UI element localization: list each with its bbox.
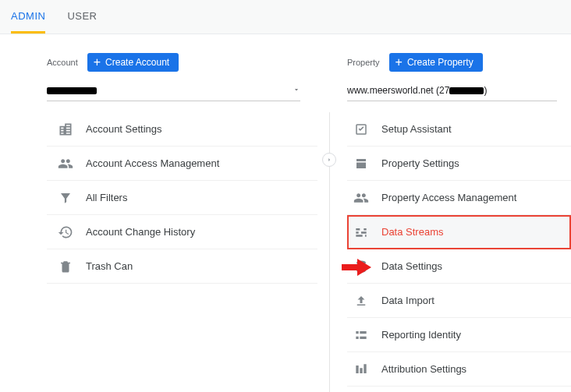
- menu-label: Reporting Identity: [381, 329, 461, 341]
- menu-label: All Filters: [86, 192, 127, 203]
- stream-icon: [353, 224, 369, 240]
- tab-admin[interactable]: ADMIN: [11, 0, 45, 34]
- data-streams-item[interactable]: Data Streams: [347, 215, 571, 249]
- create-account-button[interactable]: + Create Account: [87, 53, 179, 72]
- menu-label: Property Access Management: [381, 192, 516, 203]
- menu-label: Account Change History: [86, 226, 195, 238]
- account-column: Account + Create Account Account Setting…: [0, 34, 324, 392]
- create-property-label: Create Property: [407, 57, 473, 68]
- plus-icon: +: [94, 56, 101, 69]
- reporting-identity-item[interactable]: Reporting Identity: [347, 318, 571, 352]
- building-icon: [58, 122, 73, 137]
- create-account-label: Create Account: [105, 57, 169, 68]
- account-history-item[interactable]: Account Change History: [47, 215, 317, 249]
- attribution-settings-item[interactable]: Attribution Settings: [347, 352, 571, 387]
- property-selector[interactable]: www.meersworld.net (27): [347, 79, 557, 101]
- trash-icon: [58, 259, 73, 274]
- window-icon: [353, 156, 369, 171]
- account-selector-value: [47, 85, 97, 96]
- highlight-arrow: [342, 257, 371, 277]
- account-head-label: Account: [47, 58, 78, 67]
- data-settings-item[interactable]: Data Settings: [347, 249, 571, 284]
- identity-icon: [353, 327, 369, 343]
- column-nav-button[interactable]: [322, 153, 336, 167]
- attribution-icon: [353, 362, 369, 377]
- caret-down-icon: [293, 84, 300, 96]
- create-property-button[interactable]: + Create Property: [389, 53, 483, 72]
- people-icon: [58, 156, 73, 171]
- menu-label: Data Settings: [381, 260, 442, 272]
- history-icon: [58, 224, 73, 240]
- account-access-item[interactable]: Account Access Management: [47, 147, 317, 181]
- account-settings-item[interactable]: Account Settings: [47, 112, 317, 147]
- top-tabs: ADMIN USER: [0, 0, 571, 34]
- menu-label: Data Streams: [381, 226, 443, 238]
- menu-label: Attribution Settings: [381, 363, 466, 375]
- property-access-item[interactable]: Property Access Management: [347, 181, 571, 215]
- property-settings-item[interactable]: Property Settings: [347, 147, 571, 181]
- check-box-icon: [353, 122, 369, 137]
- account-selector[interactable]: [47, 79, 300, 101]
- data-import-item[interactable]: Data Import: [347, 284, 571, 318]
- trash-can-item[interactable]: Trash Can: [47, 249, 317, 284]
- all-filters-item[interactable]: All Filters: [47, 181, 317, 215]
- arrow-right-icon: [325, 156, 333, 164]
- filter-icon: [58, 190, 73, 206]
- property-menu: Setup Assistant Property Settings Proper…: [347, 112, 571, 387]
- menu-label: Data Import: [381, 295, 434, 306]
- upload-icon: [353, 293, 369, 309]
- menu-label: Trash Can: [86, 260, 133, 272]
- account-menu: Account Settings Account Access Manageme…: [47, 112, 317, 284]
- setup-assistant-item[interactable]: Setup Assistant: [347, 112, 571, 147]
- property-column: Property + Create Property www.meersworl…: [324, 34, 571, 392]
- tab-user[interactable]: USER: [67, 0, 97, 34]
- people-icon: [353, 190, 369, 206]
- property-head-label: Property: [347, 58, 380, 67]
- plus-icon: +: [395, 56, 403, 69]
- menu-label: Account Access Management: [86, 157, 219, 169]
- property-selector-value: www.meersworld.net (27): [347, 85, 487, 96]
- menu-label: Account Settings: [86, 123, 162, 135]
- menu-label: Setup Assistant: [381, 123, 452, 135]
- menu-label: Property Settings: [381, 157, 459, 169]
